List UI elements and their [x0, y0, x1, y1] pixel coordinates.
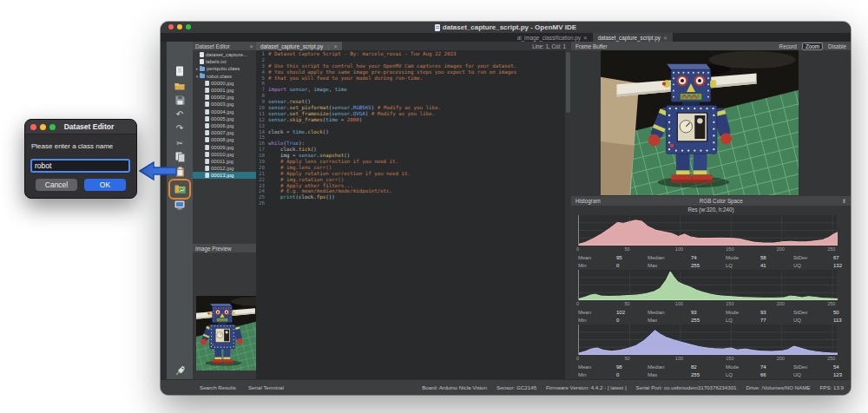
doc-tab-dataset_capture_script.py[interactable]: dataset_capture_script.py✕ [593, 33, 673, 42]
zoom-button[interactable]: Zoom [802, 43, 823, 50]
close-window-button[interactable] [168, 24, 174, 30]
stat-value: 0 [616, 263, 648, 268]
code-segment: () [323, 129, 329, 135]
document-menu-icon[interactable]: ⋮ [326, 43, 331, 49]
close-icon[interactable]: ✕ [249, 43, 253, 49]
tree-item-label: robot.class [207, 74, 232, 79]
stat-value: 50 [833, 310, 844, 315]
cancel-button[interactable]: Cancel [36, 179, 77, 191]
stats-row: Mean102Median93Mode93StDev50 [578, 308, 844, 316]
tree-item-00010-jpg[interactable]: 00010.jpg [193, 151, 256, 158]
tree-item-label: 00001.jpg [211, 88, 233, 93]
tree-item-00009-jpg[interactable]: 00009.jpg [193, 143, 256, 150]
class-name-input[interactable] [30, 159, 130, 173]
status-search-results[interactable]: Search Results [200, 384, 236, 390]
connect-icon[interactable] [174, 364, 186, 377]
color-space-dropdown[interactable]: RGB Color Space [700, 198, 743, 204]
histogram-blue: 050100150200250Mean98Median82Mode74StDev… [571, 324, 851, 379]
image-preview-thumbnail[interactable] [196, 296, 257, 370]
redo-icon[interactable]: ↷ [174, 122, 186, 134]
stats-row: Mean98Median82Mode74StDev54 [578, 363, 844, 370]
code-segment: () [344, 153, 350, 159]
stat-label: StDev [793, 310, 833, 315]
stat-label: Min [578, 372, 616, 377]
tree-item-00007-jpg[interactable]: 00007.jpg [193, 129, 256, 136]
zoom-window-button[interactable] [49, 124, 56, 130]
file-tree: dataset_capture...labels.txt▸periquito.c… [193, 50, 256, 244]
close-icon[interactable]: ✕ [663, 35, 667, 41]
stat-label: Mean [578, 310, 616, 315]
tree-item-00001-jpg[interactable]: 00001.jpg [193, 87, 256, 94]
status-serial-terminal[interactable]: Serial Terminal [248, 384, 284, 390]
minimize-window-button[interactable] [177, 24, 182, 30]
code-segment: ) [359, 117, 363, 123]
tree-item-00011-jpg[interactable]: 00011.jpg [193, 158, 256, 165]
save-icon[interactable] [174, 94, 186, 106]
line-number: 18 [256, 153, 268, 159]
code-line: 15 [256, 134, 571, 141]
scrollbar-thumb[interactable] [566, 52, 570, 113]
close-icon[interactable]: ✕ [583, 35, 588, 41]
undo-icon[interactable]: ↶ [174, 108, 186, 121]
stat-value: 0 [616, 372, 648, 377]
tree-item-robot-class[interactable]: ▾robot.class [193, 73, 256, 80]
axis-tick-label: 200 [777, 356, 785, 361]
code-segment: () [305, 99, 311, 105]
histogram-title: Histogram [575, 198, 601, 204]
tree-item-00002-jpg[interactable]: 00002.jpg [193, 94, 256, 101]
dialog-prompt: Please enter a class name [31, 142, 130, 150]
status-item: Serial Port: cu.usbmodem3170376234301 [636, 384, 737, 390]
code-segment: time [335, 87, 347, 93]
tree-item-00006-jpg[interactable]: 00006.jpg [193, 122, 256, 129]
stat-value: 255 [691, 263, 726, 268]
serial-terminal-icon[interactable] [174, 199, 186, 211]
code-segment: while [268, 141, 283, 147]
dropdown-arrows-icon[interactable]: ⇕ [842, 198, 846, 204]
code-segment: # Apply rotation correction if you need … [268, 171, 411, 177]
ok-button[interactable]: OK [84, 179, 126, 191]
image-icon [205, 95, 209, 100]
tree-item-dataset-capture-[interactable]: dataset_capture... [193, 51, 256, 58]
file-icon [200, 52, 204, 57]
code-editor[interactable]: 1# Dataset Capture Script - By: marcelo_… [256, 50, 571, 379]
tree-item-00004-jpg[interactable]: 00004.jpg [193, 108, 256, 115]
histogram-plot-red [578, 215, 837, 246]
tree-item-00000-jpg[interactable]: 00000.jpg [193, 80, 256, 87]
tree-item-periquito-class[interactable]: ▸periquito.class [193, 65, 256, 72]
tree-item-00003-jpg[interactable]: 00003.jpg [193, 101, 256, 108]
tree-item-00013-jpg[interactable]: 00013.jpg [193, 172, 256, 179]
disable-button[interactable]: Disable [828, 43, 846, 49]
editor-file-tab[interactable]: dataset_capture_script.py ⋮ ✕ [256, 42, 342, 50]
doc-tab-ai_image_classification.py[interactable]: ai_image_classification.py✕ [512, 33, 593, 42]
stat-value: 123 [833, 372, 844, 377]
tree-item-00012-jpg[interactable]: 00012.jpg [193, 165, 256, 172]
code-segment: tick [299, 147, 311, 153]
editor-header-strip: dataset_capture_script.py ⋮ ✕ Line: 1, C… [256, 42, 571, 50]
annotation-highlight-box [168, 179, 191, 200]
line-number: 14 [256, 129, 268, 135]
tree-item-00005-jpg[interactable]: 00005.jpg [193, 115, 256, 122]
tree-item-label: 00010.jpg [211, 152, 233, 157]
record-button[interactable]: Record [779, 43, 797, 49]
new-file-icon[interactable] [174, 65, 186, 77]
code-segment: clock [307, 129, 322, 135]
open-folder-icon[interactable] [174, 80, 186, 92]
code-segment: time [293, 129, 305, 135]
openmv-ide-window: dataset_capture_script.py - OpenMV IDE a… [161, 22, 851, 395]
image-icon [205, 109, 209, 115]
code-segment: # Apply lens correction if you need it. [268, 159, 398, 165]
close-window-button[interactable] [30, 124, 36, 130]
tree-item-labels-txt[interactable]: labels.txt [193, 58, 256, 65]
cut-icon[interactable]: ✂ [174, 137, 186, 149]
zoom-window-button[interactable] [186, 24, 191, 30]
minimize-window-button[interactable] [40, 124, 46, 130]
axis-tick-label: 200 [777, 301, 785, 306]
code-segment: sensor [332, 105, 350, 111]
window-title: dataset_capture_script.py - OpenMV IDE [161, 23, 851, 31]
close-icon[interactable]: ✕ [333, 43, 338, 49]
tree-item-00008-jpg[interactable]: 00008.jpg [193, 136, 256, 143]
code-segment: ()) [326, 194, 334, 200]
editor-scrollbar[interactable] [565, 50, 571, 379]
image-icon [205, 137, 209, 142]
stat-label: Max [648, 318, 691, 323]
